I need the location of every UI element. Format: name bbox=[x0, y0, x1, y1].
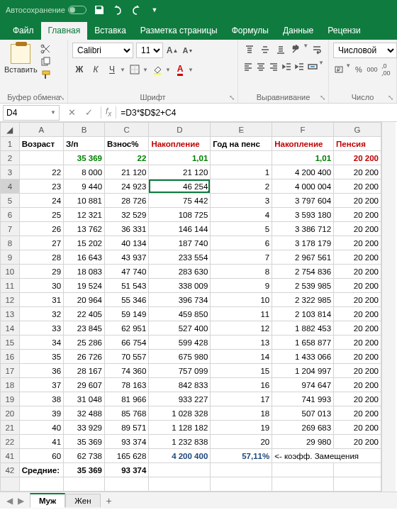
borders-dropdown-icon[interactable]: ▼ bbox=[142, 67, 148, 73]
cell[interactable]: 81 966 bbox=[105, 392, 149, 406]
cell[interactable]: 338 009 bbox=[149, 279, 211, 293]
tab-data[interactable]: Данные bbox=[276, 22, 320, 40]
cell[interactable]: 20 200 bbox=[334, 236, 381, 250]
table-row[interactable]: 14 33 23 845 62 951 527 400 12 1 882 453… bbox=[1, 321, 381, 336]
cell[interactable]: 70 557 bbox=[105, 350, 149, 364]
tab-file[interactable]: Файл bbox=[6, 22, 41, 40]
vertical-scrollbar[interactable] bbox=[381, 122, 396, 492]
cell[interactable]: 20 200 bbox=[334, 250, 381, 265]
bold-button[interactable]: Ж bbox=[72, 62, 86, 77]
cell[interactable]: 12 bbox=[211, 321, 272, 336]
cell[interactable]: 20 200 bbox=[334, 378, 381, 392]
cell[interactable]: 6 bbox=[211, 236, 272, 250]
cell[interactable]: 16 643 bbox=[64, 250, 105, 265]
sheet-tab-1[interactable]: Муж bbox=[30, 493, 65, 508]
cell[interactable]: 1 128 182 bbox=[149, 421, 211, 435]
cell[interactable]: 41 bbox=[19, 435, 63, 449]
cell[interactable]: 35 369 bbox=[64, 151, 105, 165]
row-1[interactable]: 1 Возраст З/п Взнос% Накопление Год на п… bbox=[1, 137, 381, 151]
cell[interactable]: 23 bbox=[19, 179, 63, 194]
table-row[interactable]: 4 23 9 440 24 923 46 254 2 4 000 004 20 … bbox=[1, 179, 381, 194]
cell[interactable]: 108 725 bbox=[149, 208, 211, 222]
tab-page-layout[interactable]: Разметка страницы bbox=[133, 22, 225, 40]
cell[interactable]: 20 200 bbox=[334, 350, 381, 364]
align-bottom-icon[interactable] bbox=[274, 43, 288, 57]
cell[interactable]: 57,11% bbox=[211, 449, 272, 463]
redo-icon[interactable] bbox=[130, 4, 142, 16]
row-42[interactable]: 42 Средние: 35 369 93 374 bbox=[1, 463, 381, 477]
cell[interactable]: 675 980 bbox=[149, 350, 211, 364]
cell[interactable]: 20 200 bbox=[334, 222, 381, 236]
cell[interactable]: Взнос% bbox=[105, 137, 149, 151]
cell[interactable]: З/п bbox=[64, 137, 105, 151]
cell[interactable]: 22 bbox=[19, 165, 63, 179]
underline-button[interactable]: Ч bbox=[105, 62, 119, 77]
decrease-indent-icon[interactable] bbox=[281, 60, 293, 74]
cell[interactable]: 974 647 bbox=[272, 378, 334, 392]
table-row[interactable]: 15 34 25 286 66 754 599 428 13 1 658 877… bbox=[1, 336, 381, 350]
cell[interactable]: 66 754 bbox=[105, 336, 149, 350]
decrease-font-icon[interactable]: A▼ bbox=[181, 43, 194, 57]
accounting-format-icon[interactable]: ₽ bbox=[333, 62, 345, 77]
cell[interactable]: 26 bbox=[19, 222, 63, 236]
cell[interactable]: 12 321 bbox=[64, 208, 105, 222]
sheet-tab-2[interactable]: Жен bbox=[65, 494, 100, 507]
cell[interactable]: 78 163 bbox=[105, 378, 149, 392]
cell[interactable]: 20 200 bbox=[334, 421, 381, 435]
cell[interactable]: 46 254 bbox=[149, 179, 211, 194]
cell[interactable]: 31 bbox=[19, 293, 63, 307]
cell[interactable]: 60 bbox=[19, 449, 63, 463]
cell[interactable]: 21 120 bbox=[149, 165, 211, 179]
cell[interactable]: 59 149 bbox=[105, 307, 149, 321]
autosave-switch[interactable] bbox=[68, 6, 86, 14]
cell[interactable]: 10 881 bbox=[64, 194, 105, 208]
qat-dropdown-icon[interactable]: ▼ bbox=[149, 4, 160, 16]
cell[interactable]: 20 200 bbox=[334, 293, 381, 307]
font-size-select[interactable]: 11 bbox=[136, 43, 163, 58]
row-41[interactable]: 41 60 62 738 165 628 4 200 400 57,11% <-… bbox=[1, 449, 381, 463]
cell[interactable]: 33 bbox=[19, 321, 63, 336]
cell[interactable]: 3 178 179 bbox=[272, 236, 334, 250]
cell[interactable]: 3 386 712 bbox=[272, 222, 334, 236]
cell[interactable]: 8 000 bbox=[64, 165, 105, 179]
number-launcher-icon[interactable]: ⤡ bbox=[388, 94, 393, 101]
cell[interactable]: 29 607 bbox=[64, 378, 105, 392]
cell[interactable]: 1 658 877 bbox=[272, 336, 334, 350]
cell[interactable]: 26 726 bbox=[64, 350, 105, 364]
cell[interactable]: 20 200 bbox=[334, 435, 381, 449]
cell[interactable]: 33 929 bbox=[64, 421, 105, 435]
cell[interactable]: 93 374 bbox=[105, 435, 149, 449]
comma-format-icon[interactable]: 000 bbox=[366, 62, 378, 77]
orientation-dropdown-icon[interactable]: ▼ bbox=[303, 43, 308, 57]
table-row[interactable]: 5 24 10 881 28 726 75 442 3 3 797 604 20… bbox=[1, 194, 381, 208]
cell[interactable]: 2 bbox=[211, 179, 272, 194]
name-box-dropdown-icon[interactable]: ▼ bbox=[50, 109, 56, 116]
cut-icon[interactable] bbox=[40, 44, 53, 54]
cell[interactable]: 4 200 400 bbox=[272, 165, 334, 179]
cell[interactable]: 29 bbox=[19, 265, 63, 279]
cell[interactable]: 20 200 bbox=[334, 179, 381, 194]
cell[interactable]: Возраст bbox=[19, 137, 63, 151]
cell[interactable]: 18 083 bbox=[64, 265, 105, 279]
cell[interactable]: 9 440 bbox=[64, 179, 105, 194]
cell[interactable]: 2 967 561 bbox=[272, 250, 334, 265]
cell[interactable]: Накопление bbox=[149, 137, 211, 151]
row-empty[interactable] bbox=[1, 477, 381, 492]
cell[interactable]: 1 882 453 bbox=[272, 321, 334, 336]
cell[interactable]: 14 bbox=[211, 350, 272, 364]
cell[interactable]: 933 227 bbox=[149, 392, 211, 406]
row-2[interactable]: 2 35 369 22 1,01 1,01 20 200 bbox=[1, 151, 381, 165]
cell[interactable]: 4 bbox=[211, 208, 272, 222]
table-row[interactable]: 22 41 35 369 93 374 1 232 838 20 29 980 … bbox=[1, 435, 381, 449]
cell[interactable]: Накопление bbox=[272, 137, 334, 151]
format-painter-icon[interactable] bbox=[40, 70, 53, 79]
tab-review[interactable]: Рецензи bbox=[320, 22, 367, 40]
cell[interactable]: 25 286 bbox=[64, 336, 105, 350]
cell[interactable]: Средние: bbox=[19, 463, 63, 477]
cell[interactable]: 31 048 bbox=[64, 392, 105, 406]
cell[interactable]: 47 740 bbox=[105, 265, 149, 279]
cell[interactable]: 1,01 bbox=[149, 151, 211, 165]
cell[interactable]: 20 200 bbox=[334, 208, 381, 222]
cell[interactable]: 13 bbox=[211, 336, 272, 350]
table-row[interactable]: 21 40 33 929 89 571 1 128 182 19 269 683… bbox=[1, 421, 381, 435]
